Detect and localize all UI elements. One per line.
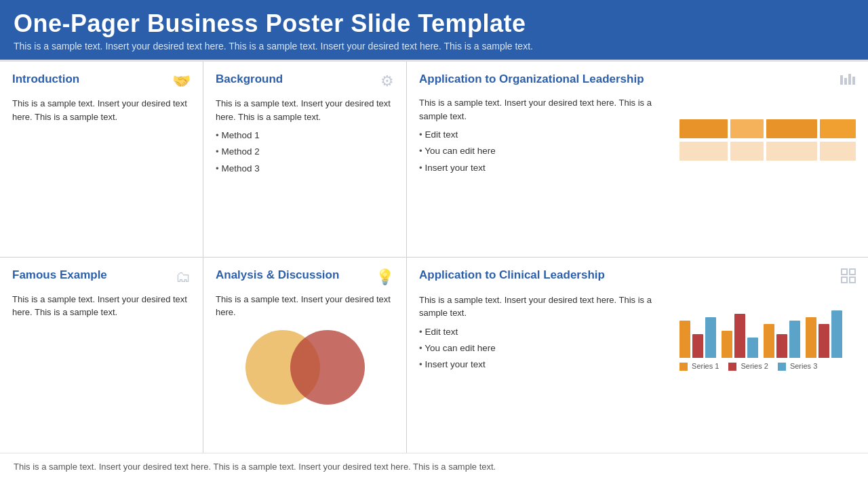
- bar-segment: [730, 119, 764, 138]
- app-clinical-list: Edit text You can edit here Insert your …: [419, 325, 673, 372]
- bulb-icon: 💡: [376, 268, 394, 286]
- analysis-body: This is a sample text. Insert your desir…: [216, 293, 394, 319]
- list-item: Method 1: [216, 129, 394, 142]
- venn-diagram: [216, 330, 394, 405]
- bar-segment: [679, 142, 728, 161]
- famous-body: This is a sample text. Insert your desir…: [12, 293, 191, 319]
- cell-background: Background ⚙ This is a sample text. Inse…: [203, 62, 407, 258]
- page-title: One-Pager Business Poster Slide Template: [14, 9, 854, 38]
- bar-row-1: [679, 119, 856, 138]
- app-clinical-text: This is a sample text. Insert your desir…: [419, 293, 673, 375]
- app-clinical-content: This is a sample text. Insert your desir…: [419, 293, 856, 375]
- bar-series3: [705, 317, 716, 358]
- grouped-bar-chart: [679, 304, 856, 358]
- bar-series3: [831, 310, 842, 358]
- bar-series3: [789, 321, 800, 358]
- footer: This is a sample text. Insert your desir…: [0, 453, 868, 480]
- app-clinical-chart: Series 1 Series 2 Series 3: [679, 293, 856, 375]
- bar-segment: [766, 142, 817, 161]
- bar-series1: [679, 321, 690, 358]
- barchart-icon: [840, 73, 856, 89]
- bar-segment: [820, 119, 856, 138]
- svg-rect-5: [850, 269, 855, 274]
- app-org-text: This is a sample text. Insert your desir…: [419, 96, 673, 178]
- bar-series1: [722, 331, 732, 358]
- cell-famous-header: Famous Example 🗂: [12, 268, 191, 286]
- list-item: Edit text: [419, 128, 673, 142]
- bar-series3: [747, 338, 758, 358]
- svg-rect-0: [840, 75, 843, 85]
- bar-group: [806, 310, 842, 358]
- cell-introduction: Introduction 🤝 This is a sample text. In…: [0, 62, 203, 258]
- bar-series2: [734, 314, 745, 358]
- background-title: Background: [216, 73, 283, 86]
- famous-title: Famous Example: [12, 268, 107, 282]
- introduction-title: Introduction: [12, 73, 79, 86]
- cell-famous: Famous Example 🗂 This is a sample text. …: [0, 258, 203, 453]
- gear-icon: ⚙: [380, 73, 394, 90]
- list-item: Insert your text: [419, 358, 673, 371]
- app-org-title: Application to Organizational Leadership: [419, 73, 644, 86]
- folder-icon: 🗂: [176, 268, 191, 286]
- bar-segment: [730, 142, 764, 161]
- cell-analysis-header: Analysis & Discussion 💡: [216, 268, 394, 286]
- list-item: Edit text: [419, 325, 673, 339]
- bar-group: [679, 317, 716, 358]
- bar-group: [722, 314, 758, 358]
- bar-row-2: [679, 142, 856, 161]
- analysis-title: Analysis & Discussion: [216, 268, 339, 282]
- legend-series3: Series 3: [778, 362, 817, 371]
- svg-rect-2: [848, 74, 851, 85]
- cell-app-org: Application to Organizational Leadership…: [407, 62, 868, 258]
- list-item: You can edit here: [419, 342, 673, 355]
- app-org-content: This is a sample text. Insert your desir…: [419, 96, 856, 178]
- introduction-body: This is a sample text. Insert your desir…: [12, 97, 191, 123]
- bar-series2: [692, 334, 703, 358]
- list-item: Method 3: [216, 162, 394, 176]
- bar-series2: [818, 324, 829, 358]
- list-item: You can edit here: [419, 144, 673, 158]
- bar-segment: [766, 119, 817, 138]
- legend-series1: Series 1: [679, 362, 719, 371]
- svg-rect-7: [850, 277, 855, 283]
- chart-legend: Series 1 Series 2 Series 3: [679, 362, 856, 371]
- svg-rect-6: [842, 277, 847, 283]
- list-item: Insert your text: [419, 161, 673, 175]
- bar-segment: [820, 142, 856, 161]
- horizontal-bar-chart: [679, 119, 856, 164]
- list-item: Method 2: [216, 145, 394, 159]
- svg-rect-4: [842, 269, 847, 274]
- legend-series2: Series 2: [728, 362, 768, 371]
- bar-segment: [679, 119, 728, 138]
- cell-app-org-header: Application to Organizational Leadership: [419, 73, 856, 89]
- svg-rect-1: [844, 78, 847, 85]
- cell-analysis: Analysis & Discussion 💡 This is a sample…: [203, 258, 407, 453]
- main-grid: Introduction 🤝 This is a sample text. In…: [0, 60, 868, 453]
- app-org-list: Edit text You can edit here Insert your …: [419, 128, 673, 175]
- handshake-icon: 🤝: [172, 73, 191, 90]
- header: One-Pager Business Poster Slide Template…: [0, 0, 868, 60]
- cell-introduction-header: Introduction 🤝: [12, 73, 191, 90]
- background-body: This is a sample text. Insert your desir…: [216, 97, 394, 176]
- cell-app-clinical-header: Application to Clinical Leadership: [419, 268, 856, 287]
- expand-icon: [841, 268, 856, 287]
- bar-series1: [764, 324, 774, 358]
- cell-app-clinical: Application to Clinical Leadership This …: [407, 258, 868, 453]
- venn-circle-right: [290, 330, 365, 405]
- background-list: Method 1 Method 2 Method 3: [216, 129, 394, 176]
- footer-text: This is a sample text. Insert your desir…: [14, 462, 496, 472]
- bar-group: [764, 321, 800, 358]
- app-org-chart: [679, 96, 856, 178]
- bar-series2: [776, 334, 787, 358]
- header-subtitle: This is a sample text. Insert your desir…: [14, 41, 854, 52]
- svg-rect-3: [852, 77, 855, 85]
- bar-series1: [806, 317, 816, 358]
- cell-background-header: Background ⚙: [216, 73, 394, 90]
- app-clinical-title: Application to Clinical Leadership: [419, 268, 605, 282]
